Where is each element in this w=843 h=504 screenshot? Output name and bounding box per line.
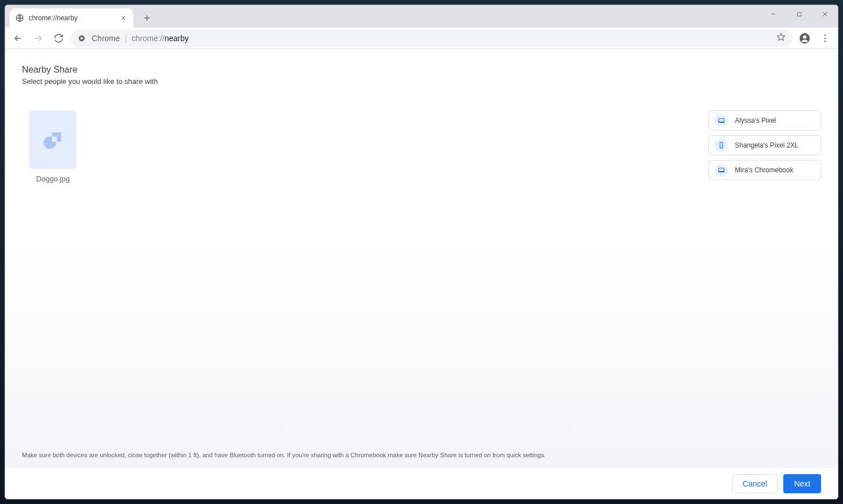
reload-button[interactable] (50, 30, 67, 47)
menu-button[interactable] (817, 30, 833, 47)
file-thumbnail (29, 110, 77, 169)
file-preview: Doggo.jpg (22, 110, 84, 452)
helper-text: Make sure both devices are unlocked, clo… (22, 452, 821, 467)
file-name: Doggo.jpg (22, 175, 84, 183)
site-info-icon[interactable] (77, 34, 86, 43)
globe-icon (15, 14, 24, 23)
dialog-footer: Cancel Next (5, 467, 838, 499)
svg-point-6 (824, 34, 826, 35)
svg-rect-1 (797, 12, 801, 16)
device-option[interactable]: Alyssa's Pixel (708, 110, 821, 131)
svg-point-8 (824, 41, 826, 42)
new-tab-button[interactable] (139, 10, 155, 26)
svg-point-5 (803, 35, 806, 38)
device-label: Alyssa's Pixel (735, 117, 776, 124)
device-label: Mira's Chromebook (735, 166, 793, 174)
forward-button[interactable] (30, 30, 47, 47)
cancel-button[interactable]: Cancel (732, 474, 778, 493)
svg-rect-12 (719, 119, 724, 122)
maximize-button[interactable] (786, 5, 812, 23)
close-window-button[interactable] (812, 5, 838, 23)
profile-avatar-button[interactable] (796, 30, 813, 47)
nearby-share-page: Nearby Share Select people you would lik… (5, 49, 838, 467)
close-tab-icon[interactable] (119, 14, 128, 23)
page-subtitle: Select people you would like to share wi… (22, 77, 821, 86)
tab-strip: chrome://nearby (5, 5, 838, 28)
device-list: Alyssa's Pixel Shangela's Pixel 2XL Mira… (708, 110, 821, 452)
minimize-button[interactable] (760, 5, 786, 23)
laptop-icon (715, 163, 728, 177)
omnibox-url: chrome://nearby (132, 34, 189, 43)
device-label: Shangela's Pixel 2XL (735, 141, 799, 149)
phone-icon (715, 139, 728, 152)
device-option[interactable]: Shangela's Pixel 2XL (708, 135, 821, 155)
svg-point-7 (824, 37, 826, 38)
omnibox-separator (126, 34, 126, 43)
bookmark-star-icon[interactable] (776, 32, 786, 44)
browser-tab[interactable]: chrome://nearby (10, 8, 133, 28)
svg-point-3 (81, 37, 83, 39)
browser-window: chrome://nearby (5, 5, 838, 499)
next-button[interactable]: Next (783, 474, 821, 493)
device-option[interactable]: Mira's Chromebook (708, 160, 821, 180)
toolbar: Chrome chrome://nearby (5, 28, 838, 49)
page-title: Nearby Share (22, 65, 821, 75)
back-button[interactable] (10, 30, 26, 47)
svg-rect-11 (52, 137, 57, 142)
omnibox-chrome-label: Chrome (92, 34, 120, 43)
svg-rect-14 (719, 168, 724, 172)
window-controls (760, 5, 838, 23)
address-bar[interactable]: Chrome chrome://nearby (70, 30, 793, 47)
laptop-icon (715, 114, 728, 127)
tab-title: chrome://nearby (29, 14, 114, 22)
page-content: Nearby Share Select people you would lik… (5, 49, 838, 499)
